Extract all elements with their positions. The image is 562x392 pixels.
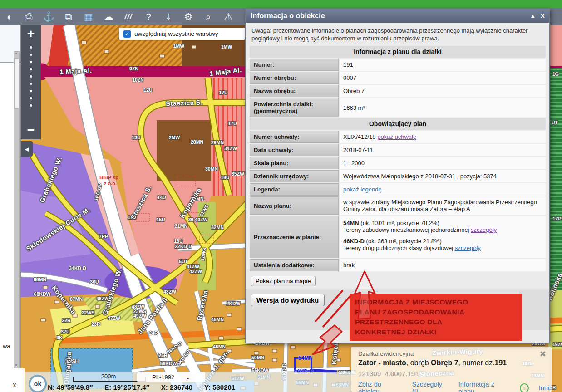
popup-links: Zbliż do obiektuSzczegóły (I)Informacja … [358, 381, 552, 392]
annotation-line: PRZESTRZENNEGO DLA [355, 317, 517, 327]
help-icon[interactable]: ? [143, 12, 154, 21]
table-row: Skala planu:1 : 2000 [250, 157, 546, 169]
anchor-icon[interactable]: ⚓ [43, 12, 54, 21]
dialog-collapse-icon[interactable]: ▲ [530, 12, 536, 20]
show-plan-on-map-button[interactable]: Pokaż plan na mapie [251, 276, 316, 286]
table-row: Numer uchwały:XLIX/412/18 pokaż uchwałę [250, 131, 546, 143]
panel-close-x[interactable]: x [13, 381, 16, 389]
row-label: Przeznaczenie w planie: [250, 216, 339, 258]
row-value: 2018-07-11 [340, 144, 546, 156]
table-row: Data uchwały:2018-07-11 [250, 144, 546, 156]
coord-value: E: 19°25′17.4″ [104, 383, 149, 391]
left-panel-scrollbar[interactable]: ^ v [14, 51, 20, 368]
zoom-control[interactable]: + − [21, 25, 41, 139]
parcel-popup: ✖ Działka ewidencyjna Zator - miasto, ob… [351, 347, 552, 392]
panel-collapse-arrow[interactable]: ◄ [21, 141, 33, 157]
coord-value: Y: 530201 [204, 383, 235, 391]
row-link[interactable]: pokaż legendę [343, 186, 382, 193]
left-panel-text-fragment: wa [3, 343, 10, 349]
row-label: Legenda: [250, 183, 339, 196]
print-version-button[interactable]: Wersja do wydruku [251, 294, 325, 306]
row-label: Nazwa planu: [250, 196, 339, 215]
section-header: Obowiązujący plan [250, 118, 546, 130]
ok-button[interactable]: ok [29, 375, 47, 392]
scroll-down-icon[interactable]: v [14, 363, 18, 367]
section-header: Informacja z planu dla działki [250, 46, 546, 58]
zoom-out-button[interactable]: − [21, 123, 41, 137]
copy-windows-icon[interactable]: ⧉ [63, 12, 74, 21]
dialog-notice: Uwaga: prezentowane informacje o planach… [246, 23, 549, 45]
scalebar [73, 377, 146, 382]
details-link[interactable]: szczegóły [455, 245, 481, 251]
chevron-down-icon: ⌄ [185, 374, 190, 381]
settings-gears-icon[interactable]: ⚙ [182, 12, 194, 21]
warning-icon[interactable]: ⚠ [222, 12, 234, 21]
row-label: Ustalenia dodatkowe: [250, 259, 339, 271]
row-value: Województwa Małopolskiego z 2018-07-31 ,… [340, 170, 546, 182]
zoom-in-button[interactable]: + [21, 27, 41, 41]
zoom-slider[interactable] [21, 41, 41, 107]
row-label: Data uchwały: [250, 144, 339, 156]
print-icon[interactable]: ⎙ [23, 12, 35, 21]
popup-action-link[interactable]: Szczegóły (I) [412, 381, 449, 392]
popup-type-label: Działka ewidencyjna [358, 350, 414, 357]
coordinates-readout: N: 49°59′49.8″E: 19°25′17.4″X: 236740Y: … [48, 383, 235, 391]
annotation-line: KONKRETNEJ DZIAŁKI [355, 327, 517, 337]
row-value: pokaż legendę [340, 183, 546, 196]
annotation-line: INFORMACJA Z MIEJSCOWEGO [355, 297, 517, 307]
row-label: Numer: [250, 59, 339, 71]
table-row: Numer:191 [250, 59, 546, 71]
dialog-titlebar[interactable]: Informacja o obiekcie ▲ X [246, 9, 549, 23]
search-icon[interactable]: ⌕ [202, 12, 214, 21]
dialog-close-icon[interactable]: X [541, 12, 545, 20]
table-row: Numer obrębu:0007 [250, 72, 546, 84]
row-label: Powierzchnia działki: (geometryczna) [250, 98, 339, 117]
table-row: Dziennik urzędowy:Województwa Małopolski… [250, 170, 546, 182]
coord-value: X: 236740 [161, 383, 192, 391]
details-link[interactable]: szczegóły [471, 226, 497, 233]
row-value: Obręb 7 [340, 85, 546, 97]
row-value: brak [340, 259, 546, 271]
map-statusbar: ok 200m PL-1992 ⌄ N: 49°59′49.8″E: 19°25… [25, 372, 351, 392]
table-row: Legenda:pokaż legendę [250, 183, 546, 196]
crs-selector[interactable]: PL-1992 ⌄ [137, 372, 205, 382]
popup-more-link[interactable]: Inne [539, 384, 552, 392]
table-row: Nazwa planu:w sprawie zmiany Miejscowego… [250, 196, 546, 215]
row-link[interactable]: pokaż uchwałę [377, 133, 416, 140]
edge-partial-icon[interactable]: ◖ [3, 12, 15, 21]
row-value: 0007 [340, 72, 546, 84]
row-label: Numer uchwały: [250, 131, 339, 143]
row-value: 1 : 2000 [340, 157, 546, 169]
popup-close-icon[interactable]: ✖ [540, 349, 546, 359]
row-value: XLIX/412/18 pokaż uchwałę [340, 131, 546, 143]
layers-checkbox[interactable]: ✓ [123, 30, 131, 38]
red-annotation-box: INFORMACJA Z MIEJSCOWEGOPLANU ZAGOSPODAR… [350, 294, 522, 341]
row-value: 1663 m² [340, 98, 546, 117]
left-panel-footer: x [0, 368, 25, 392]
table-row: Przeznaczenie w planie:54MN (ok. 1301 m²… [250, 216, 546, 258]
plot-info-table: Informacja z planu dla działkiNumer:191N… [249, 45, 547, 272]
row-value: w sprawie zmiany Miejscowego Planu Zagos… [340, 196, 546, 215]
table-row: Nazwa obrębu:Obręb 7 [250, 85, 546, 97]
scrollbar-thumb[interactable] [14, 58, 19, 109]
region-shape-icon[interactable]: ☁ [103, 12, 114, 21]
row-label: Skala planu: [250, 157, 339, 169]
crs-value: PL-1992 [152, 374, 174, 381]
layers-checkbox-label: uwzględniaj wszystkie warstwy [134, 30, 218, 37]
row-label: Nazwa obrębu: [250, 85, 339, 97]
download-cloud-icon[interactable]: ⤓ [163, 12, 174, 21]
left-panel[interactable]: wa ^ v [0, 25, 21, 368]
layers-checkbox-bar: ✓ uwzględniaj wszystkie warstwy [119, 28, 245, 40]
table-row: Powierzchnia działki: (geometryczna)1663… [250, 98, 546, 117]
annotation-line: PLANU ZAGOSPODAROWANIA [355, 307, 517, 317]
coord-value: N: 49°59′49.8″ [48, 383, 93, 391]
plus-circle-icon[interactable]: + [520, 383, 529, 392]
popup-action-link[interactable]: Zbliż do obiektu [358, 381, 402, 392]
row-value: 191 [340, 59, 546, 71]
popup-parcel-line: Zator - miasto, obręb Obręb 7, numer dz.… [358, 359, 507, 367]
layout-panels-icon[interactable]: ▦ [83, 12, 94, 21]
popup-action-link[interactable]: Informacja z planu [458, 381, 510, 392]
measure-lines-icon[interactable]: /// [123, 13, 134, 20]
row-label: Dziennik urzędowy: [250, 170, 339, 182]
scroll-up-icon[interactable]: ^ [14, 52, 18, 57]
